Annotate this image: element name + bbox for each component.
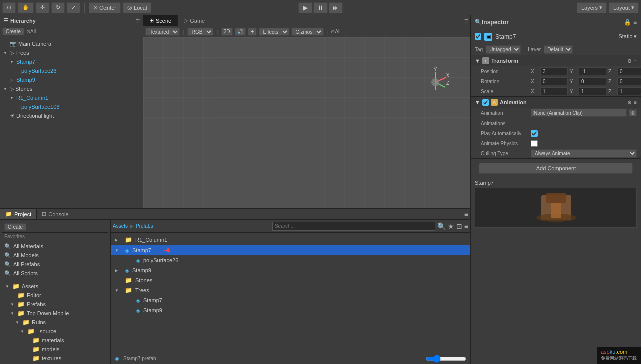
- project-menu-btn[interactable]: ≡: [464, 210, 468, 218]
- hierarchy-r1column1[interactable]: ▼ R1_Column1: [0, 93, 143, 102]
- 2d-btn[interactable]: 2D: [221, 28, 233, 36]
- asset-materials[interactable]: 📁 materials: [2, 336, 108, 345]
- hierarchy-stamp7[interactable]: ▼ Stamp7: [0, 57, 143, 66]
- rgb-dropdown[interactable]: RGB: [187, 28, 213, 36]
- file-stamp7-selected[interactable]: ▼ ◈ Stamp7 ➤: [111, 245, 470, 255]
- layout-dropdown[interactable]: Layout ▾: [609, 2, 639, 13]
- pos-z-input[interactable]: [617, 67, 641, 75]
- fav-all-scripts[interactable]: 🔍 All Scripts: [2, 269, 108, 278]
- hierarchy-main-camera[interactable]: 📷 Main Camera: [0, 39, 143, 48]
- rot-x-input[interactable]: [540, 77, 568, 85]
- asset-top-down-mobile[interactable]: ▼ 📁 Top Down Mobile: [2, 309, 108, 318]
- object-active-checkbox[interactable]: [475, 33, 481, 40]
- file-stones[interactable]: 📁 Stones: [111, 275, 470, 285]
- asset-source[interactable]: ▼ 📁 _source: [2, 327, 108, 336]
- size-slider[interactable]: [426, 355, 466, 363]
- inspector-menu-btn[interactable]: ≡: [633, 19, 637, 26]
- static-dropdown[interactable]: Static ▾: [618, 33, 637, 40]
- textured-dropdown[interactable]: Textured: [145, 28, 180, 36]
- animation-header[interactable]: ▼ A Animation ⚙ ≡: [471, 97, 641, 108]
- add-component-btn[interactable]: Add Component: [479, 163, 633, 174]
- pos-y-label: Y: [570, 69, 577, 74]
- file-r1column1[interactable]: ▶ 📁 R1_Column1: [111, 235, 470, 245]
- local-btn[interactable]: ◎ Local: [123, 2, 151, 13]
- effects-dropdown[interactable]: Effects: [259, 28, 289, 36]
- play-auto-checkbox[interactable]: [531, 130, 538, 137]
- fav-all-models[interactable]: 🔍 All Models: [2, 251, 108, 260]
- asset-prefabs[interactable]: ▼ 📁 Prefabs: [2, 300, 108, 309]
- files-settings-btn[interactable]: ≡: [464, 222, 468, 230]
- scene-menu-btn[interactable]: ≡: [464, 15, 468, 26]
- move-tool[interactable]: ✛: [36, 2, 49, 13]
- layers-dropdown[interactable]: Layers ▾: [577, 2, 607, 13]
- fav-all-prefabs[interactable]: 🔍 All Prefabs: [2, 260, 108, 269]
- gizmos-dropdown[interactable]: Gizmos: [291, 28, 324, 36]
- fav-all-materials[interactable]: 🔍 All Materials: [2, 241, 108, 251]
- file-polysurface26[interactable]: ◈ polySurface26: [111, 255, 470, 265]
- rot-z-input[interactable]: [617, 77, 641, 85]
- pause-button[interactable]: ⏸: [313, 2, 328, 13]
- animation-enabled-checkbox[interactable]: [482, 99, 489, 106]
- animation-menu-btn[interactable]: ≡: [634, 100, 637, 105]
- stones-folder-icon: 📁: [125, 277, 132, 284]
- asset-textures[interactable]: 📁 textures: [2, 354, 108, 363]
- tab-project[interactable]: 📁 Project: [0, 209, 37, 219]
- pos-y-input[interactable]: [579, 67, 606, 75]
- tab-scene[interactable]: ⊞ Scene: [143, 15, 178, 26]
- hierarchy-trees[interactable]: ▼ ▷ Trees: [0, 48, 143, 57]
- hierarchy-menu-btn[interactable]: ≡: [136, 17, 140, 25]
- rotate-tool[interactable]: ↻: [51, 2, 65, 13]
- asset-assets[interactable]: ▼ 📁 Assets: [2, 282, 108, 291]
- audio-btn[interactable]: 🔊: [235, 28, 246, 36]
- animate-physics-checkbox[interactable]: [531, 140, 538, 147]
- transform-header[interactable]: ▼ T Transform ⚙ ≡: [471, 55, 641, 66]
- asset-ruins[interactable]: ▼ 📁 Ruins: [2, 318, 108, 327]
- breadcrumb-prefabs[interactable]: Prefabs: [136, 223, 153, 229]
- hierarchy-stones[interactable]: ▼ ▷ Stones: [0, 84, 143, 93]
- breadcrumb-sep: ▶: [130, 223, 134, 229]
- tag-dropdown[interactable]: Untagged: [486, 45, 521, 54]
- animation-settings-btn[interactable]: ⚙: [627, 100, 632, 105]
- files-search-input[interactable]: [272, 222, 435, 231]
- hierarchy-directional-light[interactable]: ☀ Directional light: [0, 111, 143, 120]
- scale-y-input[interactable]: [579, 87, 606, 95]
- rot-x-label: X: [531, 79, 538, 84]
- hand-tool[interactable]: ✋: [18, 2, 34, 13]
- step-button[interactable]: ⏭: [329, 2, 343, 13]
- hierarchy-polysurface106[interactable]: polySurface106: [0, 102, 143, 111]
- layer-dropdown[interactable]: Default: [544, 45, 573, 54]
- file-trees-stamp7[interactable]: ◈ Stamp7: [111, 295, 470, 305]
- files-search-btn[interactable]: 🔍: [437, 222, 446, 230]
- rot-y-input[interactable]: [579, 77, 606, 85]
- play-button[interactable]: ▶: [298, 2, 312, 13]
- transform-settings-btn[interactable]: ⚙: [627, 58, 632, 64]
- culling-type-dropdown[interactable]: Always Animate: [531, 149, 637, 158]
- project-create-btn[interactable]: Create: [4, 223, 26, 231]
- animation-clip-input[interactable]: [531, 109, 627, 117]
- scale-x-input[interactable]: [540, 87, 568, 95]
- asset-editor[interactable]: 📁 Editor: [2, 291, 108, 300]
- center-btn[interactable]: ⊙ Center: [89, 2, 121, 13]
- scale-tool[interactable]: ⤢: [67, 2, 80, 13]
- directional-light-label: Directional light: [16, 113, 54, 119]
- tab-console[interactable]: ⊡ Console: [37, 209, 74, 219]
- project-tab-icon: 📁: [5, 211, 12, 217]
- scale-z-input[interactable]: [617, 87, 641, 95]
- hierarchy-polysurface26[interactable]: polySurface26: [0, 66, 143, 75]
- tab-game[interactable]: ▷ Game: [178, 15, 211, 26]
- fx-btn[interactable]: ✦: [248, 28, 257, 36]
- file-trees-stamp9[interactable]: ◈ Stamp9: [111, 305, 470, 315]
- hierarchy-create-btn[interactable]: Create: [2, 28, 24, 35]
- hierarchy-stamp9[interactable]: ▷ Stamp9: [0, 75, 143, 84]
- breadcrumb-assets[interactable]: Assets: [113, 223, 128, 229]
- asset-models[interactable]: 📁 models: [2, 345, 108, 354]
- inspector-lock-btn[interactable]: 🔒: [624, 19, 631, 26]
- pos-x-input[interactable]: [540, 67, 568, 75]
- files-star-btn[interactable]: ★: [448, 222, 454, 230]
- file-stamp9[interactable]: ▶ ◈ Stamp9: [111, 265, 470, 275]
- file-trees[interactable]: ▼ 📁 Trees: [111, 285, 470, 295]
- animation-pick-btn[interactable]: ◎: [629, 109, 637, 116]
- transform-menu-btn[interactable]: ≡: [634, 58, 637, 64]
- files-menu-btn[interactable]: ⊡: [456, 222, 462, 230]
- unity-logo-btn[interactable]: ⊙: [2, 2, 16, 13]
